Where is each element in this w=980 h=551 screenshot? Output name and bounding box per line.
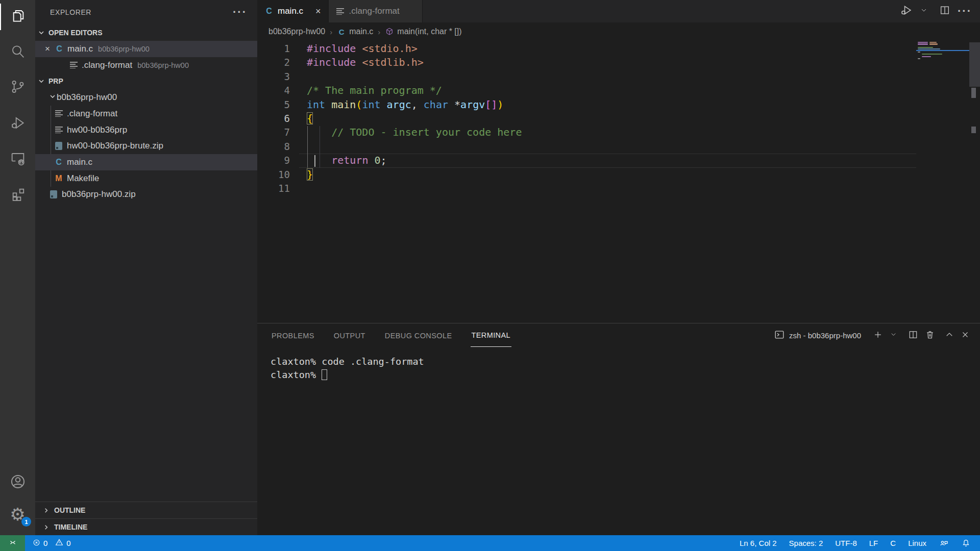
activity-explorer[interactable] xyxy=(0,4,35,30)
breadcrumb-symbol[interactable]: main(int, char * []) xyxy=(397,27,461,36)
activity-search[interactable] xyxy=(0,39,35,66)
symbol-cube-icon xyxy=(385,27,394,36)
problems-status[interactable]: 0 0 xyxy=(32,538,71,548)
overview-ruler-mark xyxy=(971,88,976,98)
cursor-position-status[interactable]: Ln 6, Col 2 xyxy=(740,539,777,547)
terminal-icon xyxy=(774,329,785,342)
makefile-icon: M xyxy=(54,174,63,183)
list-file-icon xyxy=(336,8,345,15)
c-file-icon: C xyxy=(55,44,64,54)
explorer-more-actions-icon[interactable]: ··· xyxy=(233,10,247,15)
scrollbar-thumb[interactable] xyxy=(969,42,980,87)
close-icon[interactable]: × xyxy=(40,44,55,54)
activity-remote-explorer[interactable] xyxy=(0,146,35,173)
chevron-down-icon[interactable] xyxy=(920,6,928,16)
tab-bar: C main.c × .clang-format ··· xyxy=(257,0,980,22)
code-region[interactable]: 1#include <stdio.h> 2#include <stdlib.h>… xyxy=(257,41,980,323)
run-debug-icon xyxy=(10,115,26,133)
code-line: 4/* The main program */ xyxy=(257,84,980,97)
chevron-down-icon xyxy=(37,77,45,85)
kill-terminal-icon[interactable] xyxy=(925,330,935,342)
tree-item-main-c[interactable]: C main.c xyxy=(35,154,257,170)
new-terminal-icon[interactable] xyxy=(873,330,883,342)
chevron-right-icon xyxy=(42,507,50,514)
activity-accounts[interactable] xyxy=(0,469,35,496)
zip-file-icon xyxy=(54,142,63,150)
bracket-pair-guide xyxy=(307,126,308,168)
language-status[interactable]: C xyxy=(890,539,896,547)
split-editor-icon[interactable] xyxy=(939,5,950,18)
split-terminal-icon[interactable] xyxy=(908,330,918,342)
minimap[interactable] xyxy=(916,41,969,323)
tab-clang-format[interactable]: .clang-format xyxy=(329,0,423,22)
indentation-status[interactable]: Spaces: 2 xyxy=(789,539,823,547)
explorer-sidebar: EXPLORER ··· OPEN EDITORS × C main.c b0b… xyxy=(35,0,257,535)
code-line: 10} xyxy=(257,168,980,182)
tree-item-root-zip[interactable]: b0b36prp-hw00.zip xyxy=(35,187,257,203)
list-file-icon xyxy=(69,62,78,68)
overview-ruler-mark xyxy=(971,127,976,133)
terminal-line: claxton% code .clang-format xyxy=(271,355,424,368)
editor-area: C main.c × .clang-format ··· b0b36prp-hw… xyxy=(257,0,980,323)
tab-main-c[interactable]: C main.c × xyxy=(257,0,329,22)
editor-scrollbar[interactable] xyxy=(969,41,980,323)
tree-folder-b0b36prp-hw00[interactable]: b0b36prp-hw00 xyxy=(35,89,257,106)
chevron-down-icon[interactable] xyxy=(890,331,897,340)
panel-tab-debug-console[interactable]: DEBUG CONSOLE xyxy=(384,324,453,347)
tree-item-makefile[interactable]: M Makefile xyxy=(35,170,257,187)
panel-actions: zsh - b0b36prp-hw00 xyxy=(774,323,970,347)
activity-settings[interactable]: ⚙ 1 xyxy=(0,501,35,528)
panel-tab-output[interactable]: OUTPUT xyxy=(333,324,366,347)
tree-item-hw00-b0b36prp[interactable]: hw00-b0b36prp xyxy=(35,122,257,138)
open-editor-clang-format[interactable]: .clang-format b0b36prp-hw00 xyxy=(35,57,257,73)
maximize-panel-icon[interactable] xyxy=(945,330,954,341)
remote-indicator[interactable] xyxy=(0,535,25,551)
tree-item-brute-zip[interactable]: hw00-b0b36prp-brute.zip xyxy=(35,138,257,154)
code-line: 9 return 0; xyxy=(257,154,980,167)
feedback-icon[interactable] xyxy=(939,538,949,548)
run-or-debug-icon[interactable] xyxy=(900,4,913,18)
panel-tab-problems[interactable]: PROBLEMS xyxy=(271,324,315,347)
code-line: 1#include <stdio.h> xyxy=(257,42,980,56)
breadcrumb-separator: › xyxy=(378,28,380,36)
panel-tab-terminal[interactable]: TERMINAL xyxy=(471,324,512,347)
eol-status[interactable]: LF xyxy=(869,539,878,547)
account-icon xyxy=(9,473,27,492)
timeline-section-header[interactable]: TIMELINE xyxy=(35,518,257,535)
terminal-content[interactable]: claxton% code .clang-format claxton% xyxy=(271,355,424,382)
project-section-header[interactable]: PRP xyxy=(35,73,257,89)
activity-bar: ⚙ 1 xyxy=(0,0,35,535)
breadcrumb-separator: › xyxy=(330,28,332,36)
open-editor-main-c[interactable]: × C main.c b0b36prp-hw00 xyxy=(35,41,257,57)
code-line-current: 6{ xyxy=(257,112,980,126)
terminal-cursor xyxy=(322,369,327,380)
code-line: 3 xyxy=(257,70,980,84)
breadcrumb-file[interactable]: main.c xyxy=(349,27,373,36)
list-file-icon xyxy=(54,127,63,133)
warning-icon xyxy=(55,538,64,548)
notifications-bell-icon[interactable] xyxy=(961,538,971,548)
minimap-current-line xyxy=(916,50,969,52)
remote-icon xyxy=(8,537,18,549)
files-icon xyxy=(10,8,27,26)
tree-item-clang-format[interactable]: .clang-format xyxy=(35,106,257,122)
more-actions-icon[interactable]: ··· xyxy=(958,9,972,14)
terminal-session-select[interactable]: zsh - b0b36prp-hw00 xyxy=(774,329,861,342)
outline-section-header[interactable]: OUTLINE xyxy=(35,502,257,518)
activity-source-control[interactable] xyxy=(0,74,35,101)
encoding-status[interactable]: UTF-8 xyxy=(835,539,857,547)
activity-run-debug[interactable] xyxy=(0,111,35,137)
remote-explorer-icon xyxy=(10,151,26,169)
open-editors-header[interactable]: OPEN EDITORS xyxy=(35,24,257,41)
breadcrumb-folder[interactable]: b0b36prp-hw00 xyxy=(268,27,325,36)
text-cursor xyxy=(314,155,315,167)
breadcrumb: b0b36prp-hw00 › C main.c › main(int, cha… xyxy=(257,22,980,41)
close-icon[interactable]: × xyxy=(315,6,321,17)
close-panel-icon[interactable] xyxy=(961,330,970,341)
code-line: 7 // TODO - insert your code here xyxy=(257,126,980,139)
os-status[interactable]: Linux xyxy=(908,539,926,547)
search-icon xyxy=(10,43,26,62)
activity-extensions[interactable] xyxy=(0,182,35,209)
chevron-down-icon xyxy=(48,92,57,103)
status-bar: 0 0 Ln 6, Col 2 Spaces: 2 UTF-8 LF C Lin… xyxy=(0,535,980,551)
